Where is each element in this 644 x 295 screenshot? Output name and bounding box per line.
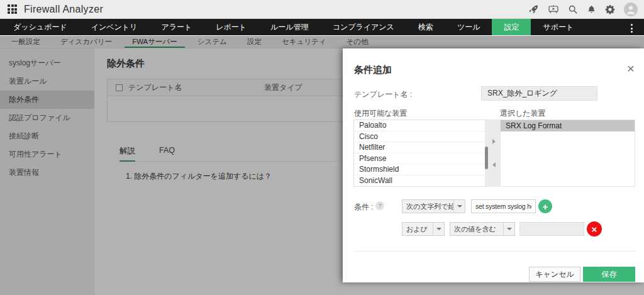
app-title: Firewall Analyzer [24,4,103,15]
available-devices-list: PaloaltoCiscoNetfilterPfsenseStormshield… [353,120,488,187]
match-type-1-value: 次の文字列で始... [402,202,453,211]
selected-device-item[interactable]: SRX Log Format [501,120,635,131]
chevron-down-icon [503,223,514,235]
criteria-value-input-1[interactable] [471,199,536,213]
settings-gear-icon[interactable] [605,4,615,14]
move-left-icon[interactable] [492,162,496,167]
available-device-item[interactable]: Stormshield [354,164,487,175]
modal-title: 条件追加 [354,64,392,76]
match-type-2-value: 次の値を含む [450,225,503,234]
criteria-label: 条件 : [354,202,374,213]
top-header: Firewall Analyzer [0,0,644,19]
selected-devices-list: SRX Log Format [500,120,635,187]
demo-video-icon[interactable] [548,4,559,14]
add-criteria-button[interactable]: + [538,199,552,213]
criteria-value-input-2[interactable] [519,222,584,236]
available-devices-label: 使用可能な装置 [354,108,407,119]
list-scrollbar [485,120,488,186]
nav-tab[interactable]: レポート [204,19,258,35]
chevron-down-icon [433,223,444,235]
nav-tab[interactable]: サポート [531,19,586,35]
available-device-item[interactable]: SonicWall [354,175,487,187]
remove-criteria-button[interactable]: × [587,221,602,237]
help-icon[interactable]: ? [375,201,384,210]
template-name-input[interactable] [481,86,597,101]
nav-tab[interactable]: ルール管理 [258,19,321,35]
save-button[interactable]: 保存 [583,267,635,282]
transfer-strip [488,120,500,187]
available-device-item[interactable]: Paloalto [354,120,487,131]
header-icons [528,3,638,16]
nav-kebab-menu-icon[interactable] [631,24,633,33]
chevron-down-icon [453,200,465,213]
move-right-icon[interactable] [492,139,496,144]
add-criteria-modal: 条件追加 × テンプレート名 : 使用可能な装置 選択した装置 Paloalto… [343,48,644,282]
boolean-operator-select[interactable]: および [402,222,445,236]
main-nav: ダッシュボードインベントリアラートレポートルール管理コンプライアンス検索ツール設… [0,19,644,35]
cancel-button[interactable]: キャンセル [529,267,580,282]
available-device-item[interactable]: Netfilter [354,142,487,153]
app-window: Firewall Analyzer ダッシュボードインベントリアラート [0,0,644,295]
notifications-icon[interactable] [587,4,596,14]
content-area: 一般設定ディスカバリーFWAサーバーシステム設定セキュリティその他 syslog… [0,36,644,295]
available-device-item[interactable]: Cisco [354,131,487,143]
available-device-item[interactable]: Pfsense [354,153,487,165]
nav-tab[interactable]: 設定 [492,19,531,35]
app-grid-icon[interactable] [8,4,17,14]
nav-tab[interactable]: インベントリ [79,19,150,35]
user-avatar[interactable] [624,3,638,16]
nav-tab[interactable]: アラート [149,19,204,35]
nav-tab[interactable]: ダッシュボード [1,19,79,35]
match-type-select-2[interactable]: 次の値を含む [450,222,515,236]
nav-tab[interactable]: ツール [445,19,492,35]
boolean-operator-value: および [402,225,433,234]
footer-divider [354,251,635,252]
nav-tab[interactable]: 検索 [406,19,445,35]
close-icon[interactable]: × [627,62,635,75]
launch-icon[interactable] [528,4,539,14]
template-name-label: テンプレート名 : [354,89,412,100]
scrollbar-thumb[interactable] [485,147,488,169]
nav-tab[interactable]: コンプライアンス [321,19,406,35]
match-type-select-1[interactable]: 次の文字列で始... [402,199,465,213]
search-icon[interactable] [568,4,578,14]
selected-devices-label: 選択した装置 [500,108,546,119]
